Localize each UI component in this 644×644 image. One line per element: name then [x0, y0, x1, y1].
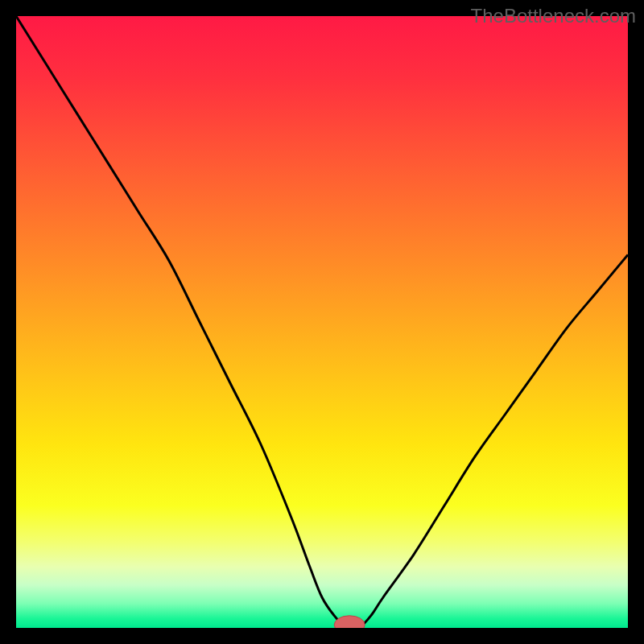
watermark-text: TheBottleneck.com [471, 5, 636, 27]
chart-svg [16, 16, 628, 628]
gradient-bg [16, 16, 628, 628]
plot-area [16, 16, 628, 628]
chart-frame: TheBottleneck.com [0, 0, 644, 644]
